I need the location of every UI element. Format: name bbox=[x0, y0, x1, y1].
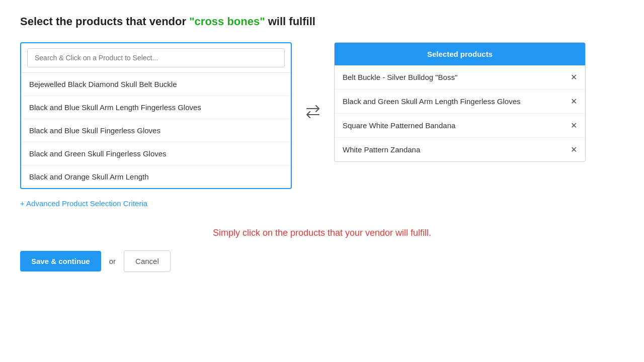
vendor-name: "cross bones" bbox=[189, 15, 265, 28]
product-list-item[interactable]: Black and Blue Skull Fingerless Gloves bbox=[21, 119, 291, 142]
search-wrapper bbox=[21, 43, 291, 73]
page-title: Select the products that vendor "cross b… bbox=[20, 15, 624, 28]
bottom-bar: Save & continue or Cancel bbox=[20, 250, 624, 272]
selected-item-label: White Pattern Zandana bbox=[343, 145, 566, 154]
right-panel: Selected products Belt Buckle - Silver B… bbox=[334, 42, 586, 162]
selected-item-label: Square White Patterned Bandana bbox=[343, 121, 566, 130]
selected-list-item: Black and Green Skull Arm Length Fingerl… bbox=[335, 89, 585, 114]
product-list: Bejewelled Black Diamond Skull Belt Buck… bbox=[21, 73, 291, 188]
product-list-item[interactable]: Black and Orange Skull Arm Length bbox=[21, 165, 291, 188]
selected-list-item: Belt Buckle - Silver Bulldog "Boss"✕ bbox=[335, 65, 585, 89]
selected-list: Belt Buckle - Silver Bulldog "Boss"✕Blac… bbox=[335, 65, 585, 161]
save-button[interactable]: Save & continue bbox=[20, 251, 101, 272]
remove-item-button[interactable]: ✕ bbox=[566, 145, 577, 154]
left-panel: Bejewelled Black Diamond Skull Belt Buck… bbox=[20, 42, 292, 189]
product-list-item[interactable]: Bejewelled Black Diamond Skull Belt Buck… bbox=[21, 73, 291, 96]
or-label: or bbox=[109, 257, 116, 265]
selected-item-label: Belt Buckle - Silver Bulldog "Boss" bbox=[343, 73, 566, 81]
selected-item-label: Black and Green Skull Arm Length Fingerl… bbox=[343, 97, 566, 106]
dual-panel: Bejewelled Black Diamond Skull Belt Buck… bbox=[20, 42, 624, 189]
selected-list-item: Square White Patterned Bandana✕ bbox=[335, 114, 585, 138]
selected-products-header: Selected products bbox=[335, 43, 585, 65]
cancel-button[interactable]: Cancel bbox=[124, 250, 171, 272]
search-input[interactable] bbox=[27, 48, 285, 67]
product-list-item[interactable]: Black and Green Skull Fingerless Gloves bbox=[21, 142, 291, 165]
remove-item-button[interactable]: ✕ bbox=[566, 121, 577, 130]
product-list-item[interactable]: Black and Blue Skull Arm Length Fingerle… bbox=[21, 96, 291, 119]
transfer-arrows-icon bbox=[304, 103, 322, 121]
selected-list-item: White Pattern Zandana✕ bbox=[335, 138, 585, 161]
hint-text: Simply click on the products that your v… bbox=[20, 228, 624, 238]
remove-item-button[interactable]: ✕ bbox=[566, 97, 577, 106]
title-prefix: Select the products that vendor bbox=[20, 15, 189, 28]
advanced-criteria-link[interactable]: Advanced Product Selection Criteria bbox=[20, 199, 147, 208]
remove-item-button[interactable]: ✕ bbox=[566, 72, 577, 82]
title-suffix: will fulfill bbox=[265, 15, 315, 28]
transfer-icon bbox=[292, 103, 334, 121]
